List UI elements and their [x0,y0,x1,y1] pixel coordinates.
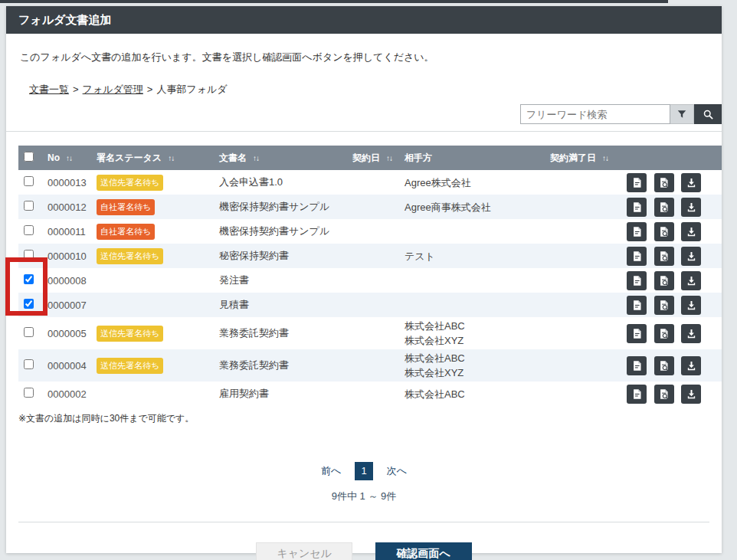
select-all-checkbox[interactable] [24,152,34,162]
document-name: 入会申込書1.0 [219,176,283,188]
column-header: No↑↓ [44,146,93,170]
document-table: No↑↓署名ステータス↑↓文書名↑↓契約日↑↓相手方契約満了日↑↓ 000001… [18,146,722,406]
partner-cell [401,219,547,244]
pagination-next[interactable]: 次へ [387,465,407,476]
document-icon [631,251,643,262]
document-preview-button[interactable] [654,271,674,290]
footer-divider [18,522,709,522]
row-checkbox[interactable] [24,274,34,284]
document-detail-button[interactable] [627,222,647,241]
document-download-button[interactable] [681,385,701,404]
row-checkbox[interactable] [24,388,34,398]
sort-arrows-icon[interactable]: ↑↓ [253,154,259,162]
column-header: 契約日↑↓ [349,146,401,170]
sort-arrows-icon[interactable]: ↑↓ [386,154,392,162]
document-search-icon [658,275,670,287]
search-input[interactable] [520,104,670,124]
column-header-label: 署名ステータス [97,152,162,163]
document-detail-button[interactable] [627,324,647,343]
document-preview-button[interactable] [654,324,674,343]
document-detail-button[interactable] [627,173,647,192]
expire-date-cell [547,349,624,382]
download-icon [686,388,697,400]
document-icon [631,226,643,237]
row-checkbox[interactable] [24,359,34,369]
document-icon [631,328,643,339]
partner-cell [401,268,547,293]
sort-arrows-icon[interactable]: ↑↓ [66,154,72,162]
row-checkbox[interactable] [24,327,34,337]
document-detail-button[interactable] [627,296,647,315]
partner-name: 株式会社XYZ [405,333,544,348]
document-download-button[interactable] [681,324,701,343]
document-preview-button[interactable] [654,198,674,217]
document-detail-button[interactable] [627,198,647,217]
table-row: 0000012 自社署名待ち 機密保持契約書サンプル Agree商事株式会社 [18,195,722,219]
pagination-prev[interactable]: 前へ [321,465,341,476]
column-header [18,146,44,170]
row-checkbox[interactable] [24,201,34,211]
document-download-button[interactable] [681,296,701,315]
column-header [624,146,722,170]
document-preview-button[interactable] [654,356,674,375]
document-name: 雇用契約書 [219,388,269,399]
document-preview-button[interactable] [654,247,674,266]
document-name: 業務委託契約書 [219,327,289,339]
document-detail-button[interactable] [627,247,647,266]
document-download-button[interactable] [681,247,701,266]
table-row: 0000005 送信先署名待ち 業務委託契約書 株式会社ABC株式会社XYZ [18,317,722,349]
footer-actions: キャンセル 確認画面へ [18,542,709,560]
document-download-button[interactable] [681,271,701,290]
document-preview-button[interactable] [654,222,674,241]
partner-name: Agree商事株式会社 [405,200,544,215]
pagination-current-page[interactable]: 1 [355,462,373,480]
document-name: 機密保持契約書サンプル [219,225,329,237]
search-button[interactable] [694,104,722,124]
column-header-label: No [47,152,60,163]
document-search-icon [658,251,670,262]
document-name: 発注書 [219,274,249,286]
document-detail-button[interactable] [627,385,647,404]
document-download-button[interactable] [681,173,701,192]
cancel-button[interactable]: キャンセル [256,542,352,560]
contract-date-cell [349,195,401,219]
filter-button[interactable] [670,104,694,124]
document-preview-button[interactable] [654,296,674,315]
row-checkbox[interactable] [24,176,34,186]
folder-document-add-panel: フォルダ文書追加 このフォルダへ文書の追加を行います。文書を選択し確認画面へボタ… [6,6,722,553]
row-checkbox[interactable] [24,299,34,309]
document-download-button[interactable] [681,356,701,375]
column-header: 文書名↑↓ [216,146,349,170]
breadcrumb-item[interactable]: フォルダ管理 [83,84,143,95]
row-checkbox[interactable] [24,250,34,260]
document-download-button[interactable] [681,198,701,217]
breadcrumb-item[interactable]: 文書一覧 [29,84,69,95]
status-badge: 送信先署名待ち [97,326,163,342]
result-count: 9件中 1 ～ 9件 [18,490,709,503]
sort-arrows-icon[interactable]: ↑↓ [168,154,174,162]
document-search-icon [658,388,670,400]
row-no: 0000011 [47,226,86,237]
partner-name: 株式会社ABC [405,351,544,365]
document-icon [631,201,643,213]
breadcrumb: 文書一覧>フォルダ管理>人事部フォルダ [29,83,722,97]
partner-name: Agree株式会社 [405,175,544,190]
magnifier-icon [703,109,714,120]
sort-arrows-icon[interactable]: ↑↓ [602,154,608,162]
document-download-button[interactable] [681,222,701,241]
partner-name: テスト [405,249,544,264]
top-nav-remnant [0,0,668,3]
document-detail-button[interactable] [627,271,647,290]
document-preview-button[interactable] [654,385,674,404]
row-checkbox[interactable] [24,225,34,235]
status-badge: 送信先署名待ち [97,175,163,191]
document-search-icon [658,360,670,372]
document-icon [631,177,643,188]
document-detail-button[interactable] [627,356,647,375]
confirm-button[interactable]: 確認画面へ [375,542,472,560]
document-preview-button[interactable] [654,173,674,192]
table-row: 0000007 見積書 [18,293,722,317]
search-bar [18,104,722,124]
download-icon [686,300,697,311]
status-badge: 自社署名待ち [97,199,155,215]
